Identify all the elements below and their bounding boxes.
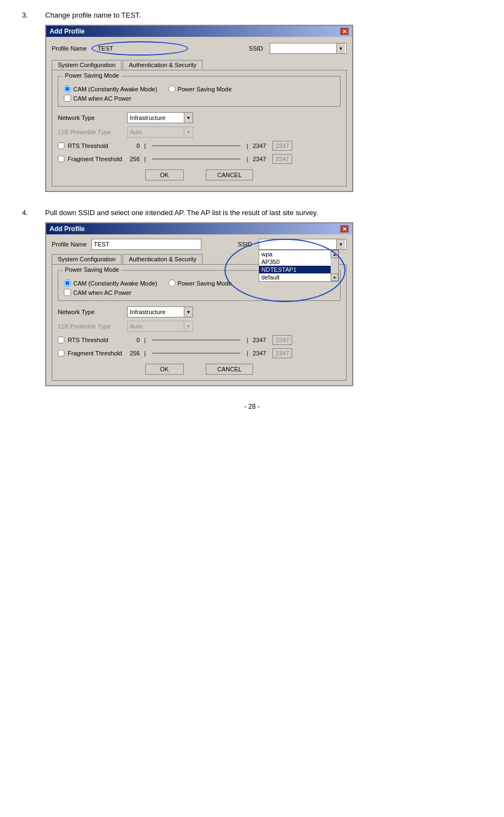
cam-radio-label-1: CAM (Constantly Awake Mode) [73,86,157,92]
ssid-arrow-1[interactable]: ▼ [336,43,345,53]
rts-min-1: 0 [126,142,140,149]
network-type-arrow-2[interactable]: ▼ [184,307,193,317]
ok-button-2[interactable]: OK [145,364,184,375]
ssid-field-2[interactable]: ▼ [259,239,347,250]
frag-min-2: 256 [126,350,140,357]
dialog-1: Add Profile ✕ Profile Name SSID ▼ [45,25,353,192]
dialog-2: Add Profile ✕ Profile Name SSID ▼ [45,222,353,386]
ssid-option-default[interactable]: default [259,273,338,281]
rts-tick-1: | [144,143,146,149]
network-type-select-2[interactable]: Infrastructure ▼ [127,306,193,317]
tab-system-config-2[interactable]: System Configuration [52,254,122,264]
frag-tick2-1: | [247,156,249,162]
rts-checkbox-2[interactable] [58,337,64,343]
psm-radio-btn-1[interactable] [168,85,176,92]
ssid-option-ndtestap1[interactable]: NDTESTAP1 [259,266,338,273]
dialog-1-close[interactable]: ✕ [340,28,349,35]
frag-input-2 [272,348,292,358]
network-type-arrow-1[interactable]: ▼ [184,113,193,123]
cam-ac-label-1: CAM when AC Power [73,95,132,102]
cam-radio-2[interactable]: CAM (Constantly Awake Mode) [64,279,157,287]
ssid-scroll-down[interactable]: ▼ [331,273,338,281]
network-type-label-2: Network Type [58,309,124,315]
cancel-button-1[interactable]: CANCEL [206,169,254,180]
dialog-1-title: Add Profile [50,28,85,35]
dialog-2-close[interactable]: ✕ [340,225,349,233]
frag-track-1 [152,158,240,160]
network-type-value-2: Infrastructure [128,309,184,315]
rts-tick2-2: | [247,337,249,343]
profile-name-input-1[interactable] [96,43,184,54]
ssid-option-ap350[interactable]: AP350 [259,258,338,266]
ok-button-1[interactable]: OK [145,169,184,180]
frag-min-1: 256 [126,156,140,162]
psm-radio-btn-2[interactable] [168,279,176,287]
cam-radio-btn-2[interactable] [64,279,71,287]
cam-radio-label-2: CAM (Constantly Awake Mode) [73,280,157,287]
tab-auth-security-1[interactable]: Authentication & Security [123,60,202,70]
psm-radio-1[interactable]: Power Saving Mode [168,85,232,92]
ssid-scroll-up[interactable]: ▲ [331,250,338,258]
tabs-1: System Configuration Authentication & Se… [52,60,347,70]
ssid-label-1: SSID [249,45,263,52]
frag-checkbox-1[interactable] [58,156,64,162]
ssid-scrollbar: ▲ ▼ [331,250,338,281]
cam-radio-btn-1[interactable] [64,85,71,92]
step-4-content: Pull down SSID and select one intended A… [45,209,482,386]
cam-ac-row-1: CAM when AC Power [64,95,335,102]
profile-row-1: Profile Name SSID ▼ [52,41,347,56]
psm-radio-2[interactable]: Power Saving Mode [168,279,232,287]
page-number: - 28 - [244,403,260,410]
profile-row-2: Profile Name SSID ▼ wpa AP350 NDT [52,239,347,250]
dialog-2-titlebar: Add Profile ✕ [46,223,352,234]
profile-name-highlight-1 [91,41,188,56]
step-4-text: Pull down SSID and select one intended A… [45,209,482,217]
preamble-select-2: Auto ▼ [127,321,193,332]
tab-auth-security-2[interactable]: Authentication & Security [123,254,202,264]
ssid-scroll-track [331,258,338,273]
rts-input-2 [272,335,292,345]
ssid-input-1[interactable] [270,45,336,52]
frag-row-1: Fragment Threshold 256 | | 2347 [58,154,341,164]
cam-ac-label-2: CAM when AC Power [73,289,132,296]
ssid-select-1[interactable]: ▼ [270,43,347,54]
rts-max-1: 2347 [253,142,269,149]
cam-ac-checkbox-2[interactable] [64,289,71,296]
frag-label-2: Fragment Threshold [68,350,123,357]
rts-row-2: RTS Threshold 0 | | 2347 [58,335,341,345]
cancel-button-2[interactable]: CANCEL [206,364,254,375]
rts-checkbox-1[interactable] [58,142,64,149]
cam-ac-checkbox-1[interactable] [64,95,71,102]
preamble-arrow-2: ▼ [184,321,193,331]
cam-radio-1[interactable]: CAM (Constantly Awake Mode) [64,85,157,92]
network-type-row-1: Network Type Infrastructure ▼ [58,112,341,123]
power-saving-title-1: Power Saving Mode [63,72,121,79]
frag-max-2: 2347 [253,350,269,357]
step-3: 3. Change profile name to TEST. Add Prof… [22,11,482,192]
preamble-row-1: 11B Preamble Type Auto ▼ [58,127,341,138]
tab-system-config-1[interactable]: System Configuration [52,60,122,70]
frag-max-1: 2347 [253,156,269,162]
profile-name-input-2[interactable] [91,239,201,250]
content-area-1: Power Saving Mode CAM (Constantly Awake … [52,70,347,187]
network-type-select-1[interactable]: Infrastructure ▼ [127,112,193,123]
ssid-dropdown-list-2: wpa AP350 NDTESTAP1 default ▲ ▼ [259,250,339,282]
power-saving-title-2: Power Saving Mode [63,266,121,273]
rts-track-2 [152,339,240,341]
preamble-label-1: 11B Preamble Type [58,129,124,135]
ssid-arrow-2[interactable]: ▼ [336,239,345,249]
ssid-option-wpa[interactable]: wpa [259,250,338,258]
step-4: 4. Pull down SSID and select one intende… [22,209,482,386]
ssid-text-input-2[interactable] [259,241,336,248]
dialog-2-title: Add Profile [50,225,85,233]
psm-radio-label-1: Power Saving Mode [178,86,232,92]
step-3-text: Change profile name to TEST. [45,11,482,19]
frag-input-1 [272,154,292,164]
step-3-content: Change profile name to TEST. Add Profile… [45,11,482,192]
profile-name-label-2: Profile Name [52,241,87,248]
step-4-number: 4. [22,209,39,386]
rts-input-1 [272,141,292,151]
frag-checkbox-2[interactable] [58,350,64,357]
rts-tick2-1: | [247,143,249,149]
rts-track-1 [152,145,240,146]
